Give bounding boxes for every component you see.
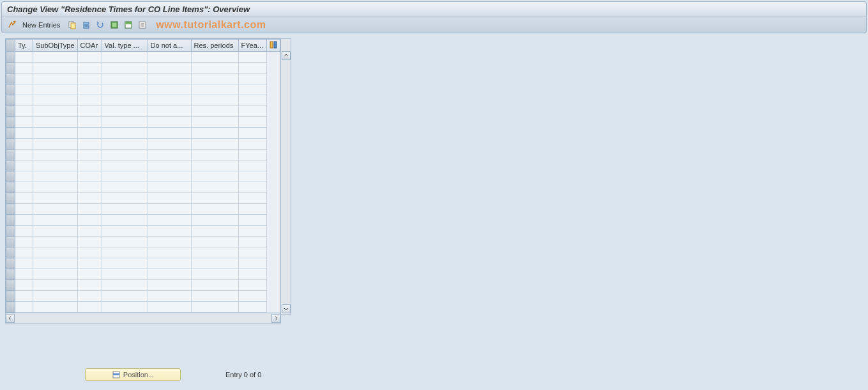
- cell[interactable]: [15, 52, 33, 63]
- cell[interactable]: [148, 128, 191, 139]
- position-button[interactable]: Position...: [85, 368, 181, 381]
- cell[interactable]: [238, 63, 266, 74]
- cell[interactable]: [148, 258, 191, 269]
- cell[interactable]: [77, 84, 102, 95]
- cell[interactable]: [77, 215, 102, 226]
- cell[interactable]: [77, 226, 102, 237]
- cell[interactable]: [191, 182, 238, 193]
- cell[interactable]: [238, 182, 266, 193]
- cell[interactable]: [77, 52, 102, 63]
- row-selector-header[interactable]: [6, 40, 15, 52]
- cell[interactable]: [102, 52, 148, 63]
- cell[interactable]: [15, 63, 33, 74]
- cell[interactable]: [148, 193, 191, 204]
- scroll-down-button[interactable]: [282, 304, 291, 313]
- table-settings-button[interactable]: [266, 40, 280, 52]
- column-header-ty[interactable]: Ty.: [15, 40, 33, 52]
- cell[interactable]: [33, 150, 78, 160]
- column-header-coar[interactable]: COAr: [77, 40, 102, 52]
- cell[interactable]: [77, 171, 102, 182]
- cell[interactable]: [148, 269, 191, 280]
- cell[interactable]: [238, 128, 266, 139]
- cell[interactable]: [33, 226, 78, 237]
- cell[interactable]: [77, 302, 102, 313]
- cell[interactable]: [191, 139, 238, 150]
- cell[interactable]: [238, 193, 266, 204]
- cell[interactable]: [148, 226, 191, 237]
- cell[interactable]: [102, 215, 148, 226]
- cell[interactable]: [77, 160, 102, 171]
- row-selector[interactable]: [6, 117, 15, 128]
- cell[interactable]: [148, 247, 191, 258]
- row-selector[interactable]: [6, 128, 15, 139]
- cell[interactable]: [238, 74, 266, 84]
- column-header-valtype[interactable]: Val. type ...: [102, 40, 148, 52]
- cell[interactable]: [77, 117, 102, 128]
- cell[interactable]: [15, 269, 33, 280]
- cell[interactable]: [33, 237, 78, 247]
- row-selector[interactable]: [6, 52, 15, 63]
- cell[interactable]: [33, 139, 78, 150]
- cell[interactable]: [238, 215, 266, 226]
- cell[interactable]: [15, 150, 33, 160]
- row-selector[interactable]: [6, 302, 15, 313]
- cell[interactable]: [15, 139, 33, 150]
- select-block-icon[interactable]: [123, 19, 134, 31]
- cell[interactable]: [33, 182, 78, 193]
- cell[interactable]: [148, 52, 191, 63]
- cell[interactable]: [33, 63, 78, 74]
- cell[interactable]: [191, 258, 238, 269]
- cell[interactable]: [102, 63, 148, 74]
- cell[interactable]: [238, 302, 266, 313]
- vertical-scrollbar[interactable]: [281, 38, 291, 315]
- cell[interactable]: [191, 291, 238, 302]
- cell[interactable]: [33, 247, 78, 258]
- cell[interactable]: [77, 74, 102, 84]
- cell[interactable]: [33, 302, 78, 313]
- cell[interactable]: [148, 160, 191, 171]
- cell[interactable]: [102, 106, 148, 117]
- cell[interactable]: [33, 215, 78, 226]
- cell[interactable]: [238, 291, 266, 302]
- cell[interactable]: [238, 226, 266, 237]
- cell[interactable]: [148, 182, 191, 193]
- cell[interactable]: [191, 302, 238, 313]
- row-selector[interactable]: [6, 193, 15, 204]
- cell[interactable]: [191, 226, 238, 237]
- deselect-all-icon[interactable]: [137, 19, 148, 31]
- cell[interactable]: [238, 247, 266, 258]
- cell[interactable]: [191, 117, 238, 128]
- cell[interactable]: [238, 139, 266, 150]
- cell[interactable]: [15, 160, 33, 171]
- column-header-donot[interactable]: Do not a...: [148, 40, 191, 52]
- cell[interactable]: [191, 247, 238, 258]
- cell[interactable]: [238, 150, 266, 160]
- cell[interactable]: [33, 117, 78, 128]
- cell[interactable]: [77, 182, 102, 193]
- cell[interactable]: [191, 106, 238, 117]
- cell[interactable]: [191, 237, 238, 247]
- cell[interactable]: [33, 258, 78, 269]
- cell[interactable]: [77, 139, 102, 150]
- cell[interactable]: [15, 117, 33, 128]
- cell[interactable]: [191, 171, 238, 182]
- cell[interactable]: [238, 84, 266, 95]
- row-selector[interactable]: [6, 160, 15, 171]
- cell[interactable]: [191, 193, 238, 204]
- column-header-fyea[interactable]: FYea...: [238, 40, 266, 52]
- scroll-right-button[interactable]: [271, 314, 280, 323]
- toggle-display-icon[interactable]: [7, 19, 19, 31]
- row-selector[interactable]: [6, 269, 15, 280]
- cell[interactable]: [148, 171, 191, 182]
- row-selector[interactable]: [6, 215, 15, 226]
- row-selector[interactable]: [6, 139, 15, 150]
- row-selector[interactable]: [6, 280, 15, 291]
- row-selector[interactable]: [6, 258, 15, 269]
- cell[interactable]: [15, 247, 33, 258]
- cell[interactable]: [102, 160, 148, 171]
- cell[interactable]: [77, 150, 102, 160]
- cell[interactable]: [77, 95, 102, 106]
- column-header-resperiods[interactable]: Res. periods: [191, 40, 238, 52]
- cell[interactable]: [77, 269, 102, 280]
- cell[interactable]: [238, 160, 266, 171]
